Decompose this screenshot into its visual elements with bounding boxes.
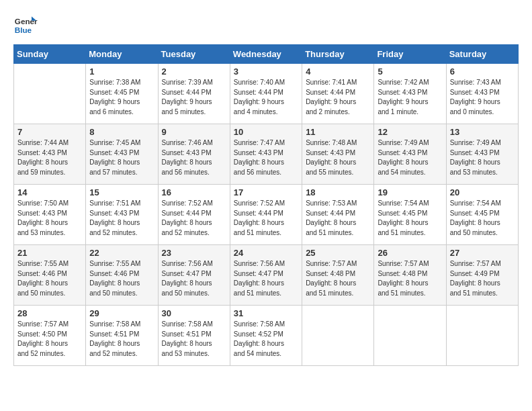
day-number: 20 — [450, 187, 515, 197]
day-number: 7 — [17, 127, 82, 137]
cell-content: Sunrise: 7:45 AMSunset: 4:43 PMDaylight:… — [89, 138, 154, 177]
cell-content: Sunrise: 7:57 AMSunset: 4:48 PMDaylight:… — [378, 259, 442, 298]
calendar-cell: 12Sunrise: 7:49 AMSunset: 4:43 PMDayligh… — [374, 124, 446, 185]
calendar-cell: 7Sunrise: 7:44 AMSunset: 4:43 PMDaylight… — [14, 124, 86, 185]
calendar-cell: 14Sunrise: 7:50 AMSunset: 4:43 PMDayligh… — [14, 185, 86, 245]
calendar-cell: 31Sunrise: 7:58 AMSunset: 4:52 PMDayligh… — [230, 306, 302, 366]
cell-content: Sunrise: 7:43 AMSunset: 4:43 PMDaylight:… — [450, 78, 515, 117]
day-number: 17 — [234, 187, 298, 197]
day-number: 10 — [234, 127, 298, 137]
cell-content: Sunrise: 7:41 AMSunset: 4:44 PMDaylight:… — [306, 78, 370, 117]
calendar-cell: 30Sunrise: 7:58 AMSunset: 4:51 PMDayligh… — [158, 306, 230, 366]
calendar-cell: 27Sunrise: 7:57 AMSunset: 4:49 PMDayligh… — [446, 245, 518, 306]
cell-content: Sunrise: 7:56 AMSunset: 4:47 PMDaylight:… — [162, 259, 226, 298]
cell-content: Sunrise: 7:40 AMSunset: 4:44 PMDaylight:… — [234, 78, 298, 117]
header-friday: Friday — [374, 45, 446, 64]
header-sunday: Sunday — [14, 45, 86, 64]
day-number: 29 — [89, 308, 154, 318]
cell-content: Sunrise: 7:57 AMSunset: 4:50 PMDaylight:… — [17, 320, 82, 359]
calendar-cell: 23Sunrise: 7:56 AMSunset: 4:47 PMDayligh… — [158, 245, 230, 306]
calendar-cell — [374, 306, 446, 366]
calendar-cell: 13Sunrise: 7:49 AMSunset: 4:43 PMDayligh… — [446, 124, 518, 185]
week-row-5: 28Sunrise: 7:57 AMSunset: 4:50 PMDayligh… — [14, 306, 519, 366]
day-number: 11 — [306, 127, 370, 137]
day-number: 5 — [378, 66, 442, 77]
day-number: 16 — [162, 187, 226, 197]
calendar-cell: 20Sunrise: 7:54 AMSunset: 4:45 PMDayligh… — [446, 185, 518, 245]
calendar-cell: 5Sunrise: 7:42 AMSunset: 4:43 PMDaylight… — [374, 64, 446, 124]
calendar-cell — [14, 64, 86, 124]
svg-text:General: General — [15, 17, 38, 26]
calendar-cell: 18Sunrise: 7:53 AMSunset: 4:44 PMDayligh… — [302, 185, 374, 245]
cell-content: Sunrise: 7:48 AMSunset: 4:43 PMDaylight:… — [306, 138, 370, 177]
day-number: 26 — [378, 248, 442, 258]
calendar-cell: 15Sunrise: 7:51 AMSunset: 4:43 PMDayligh… — [86, 185, 158, 245]
day-number: 6 — [450, 66, 515, 77]
week-row-3: 14Sunrise: 7:50 AMSunset: 4:43 PMDayligh… — [14, 185, 519, 245]
cell-content: Sunrise: 7:49 AMSunset: 4:43 PMDaylight:… — [450, 138, 515, 177]
header-wednesday: Wednesday — [230, 45, 302, 64]
header-thursday: Thursday — [302, 45, 374, 64]
day-number: 2 — [162, 66, 226, 77]
calendar-cell: 1Sunrise: 7:38 AMSunset: 4:45 PMDaylight… — [86, 64, 158, 124]
day-number: 12 — [378, 127, 442, 137]
cell-content: Sunrise: 7:53 AMSunset: 4:44 PMDaylight:… — [306, 199, 370, 238]
day-number: 8 — [89, 127, 154, 137]
cell-content: Sunrise: 7:58 AMSunset: 4:52 PMDaylight:… — [234, 320, 298, 359]
calendar-cell: 4Sunrise: 7:41 AMSunset: 4:44 PMDaylight… — [302, 64, 374, 124]
day-number: 21 — [17, 248, 82, 258]
cell-content: Sunrise: 7:58 AMSunset: 4:51 PMDaylight:… — [89, 320, 154, 359]
calendar-cell: 25Sunrise: 7:57 AMSunset: 4:48 PMDayligh… — [302, 245, 374, 306]
week-row-1: 1Sunrise: 7:38 AMSunset: 4:45 PMDaylight… — [14, 64, 519, 124]
cell-content: Sunrise: 7:38 AMSunset: 4:45 PMDaylight:… — [89, 78, 154, 117]
cell-content: Sunrise: 7:55 AMSunset: 4:46 PMDaylight:… — [89, 259, 154, 298]
day-number: 1 — [89, 66, 154, 77]
calendar-cell: 21Sunrise: 7:55 AMSunset: 4:46 PMDayligh… — [14, 245, 86, 306]
cell-content: Sunrise: 7:47 AMSunset: 4:43 PMDaylight:… — [234, 138, 298, 177]
cell-content: Sunrise: 7:50 AMSunset: 4:43 PMDaylight:… — [17, 199, 82, 238]
calendar-cell: 9Sunrise: 7:46 AMSunset: 4:43 PMDaylight… — [158, 124, 230, 185]
day-number: 15 — [89, 187, 154, 197]
cell-content: Sunrise: 7:55 AMSunset: 4:46 PMDaylight:… — [17, 259, 82, 298]
header-saturday: Saturday — [446, 45, 518, 64]
calendar-cell: 26Sunrise: 7:57 AMSunset: 4:48 PMDayligh… — [374, 245, 446, 306]
cell-content: Sunrise: 7:57 AMSunset: 4:48 PMDaylight:… — [306, 259, 370, 298]
logo: General Blue — [13, 13, 38, 38]
cell-content: Sunrise: 7:51 AMSunset: 4:43 PMDaylight:… — [89, 199, 154, 238]
day-number: 19 — [378, 187, 442, 197]
day-number: 23 — [162, 248, 226, 258]
calendar-cell: 22Sunrise: 7:55 AMSunset: 4:46 PMDayligh… — [86, 245, 158, 306]
calendar-cell: 17Sunrise: 7:52 AMSunset: 4:44 PMDayligh… — [230, 185, 302, 245]
cell-content: Sunrise: 7:54 AMSunset: 4:45 PMDaylight:… — [378, 199, 442, 238]
day-number: 13 — [450, 127, 515, 137]
day-number: 4 — [306, 66, 370, 77]
calendar-cell — [302, 306, 374, 366]
logo-icon: General Blue — [13, 13, 38, 38]
day-number: 31 — [234, 308, 298, 318]
day-number: 27 — [450, 248, 515, 258]
day-number: 14 — [17, 187, 82, 197]
day-number: 25 — [306, 248, 370, 258]
calendar-cell: 28Sunrise: 7:57 AMSunset: 4:50 PMDayligh… — [14, 306, 86, 366]
day-number: 3 — [234, 66, 298, 77]
cell-content: Sunrise: 7:46 AMSunset: 4:43 PMDaylight:… — [162, 138, 226, 177]
calendar-cell — [446, 306, 518, 366]
cell-content: Sunrise: 7:52 AMSunset: 4:44 PMDaylight:… — [162, 199, 226, 238]
cell-content: Sunrise: 7:57 AMSunset: 4:49 PMDaylight:… — [450, 259, 515, 298]
cell-content: Sunrise: 7:39 AMSunset: 4:44 PMDaylight:… — [162, 78, 226, 117]
calendar-cell: 19Sunrise: 7:54 AMSunset: 4:45 PMDayligh… — [374, 185, 446, 245]
cell-content: Sunrise: 7:42 AMSunset: 4:43 PMDaylight:… — [378, 78, 442, 117]
day-number: 18 — [306, 187, 370, 197]
day-number: 9 — [162, 127, 226, 137]
week-row-2: 7Sunrise: 7:44 AMSunset: 4:43 PMDaylight… — [14, 124, 519, 185]
cell-content: Sunrise: 7:58 AMSunset: 4:51 PMDaylight:… — [162, 320, 226, 359]
calendar-cell: 10Sunrise: 7:47 AMSunset: 4:43 PMDayligh… — [230, 124, 302, 185]
header-tuesday: Tuesday — [158, 45, 230, 64]
calendar-cell: 2Sunrise: 7:39 AMSunset: 4:44 PMDaylight… — [158, 64, 230, 124]
calendar-header-row: SundayMondayTuesdayWednesdayThursdayFrid… — [14, 45, 519, 64]
cell-content: Sunrise: 7:52 AMSunset: 4:44 PMDaylight:… — [234, 199, 298, 238]
page-header: General Blue — [13, 13, 519, 38]
svg-text:Blue: Blue — [15, 26, 32, 34]
day-number: 24 — [234, 248, 298, 258]
cell-content: Sunrise: 7:44 AMSunset: 4:43 PMDaylight:… — [17, 138, 82, 177]
